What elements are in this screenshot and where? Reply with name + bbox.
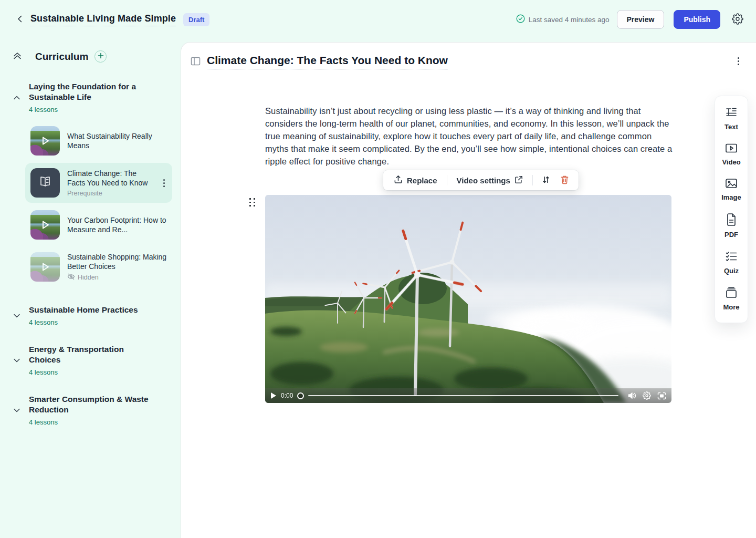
more-blocks-icon [725,287,738,300]
chevron-up-icon [13,94,22,102]
curriculum-section: Smarter Consumption & Waste Reduction 4 … [13,394,172,426]
lesson-title: Your Carbon Footprint: How to Measure an… [67,215,167,234]
replace-video-button[interactable]: Replace [388,172,443,189]
eye-off-icon [67,273,75,282]
play-icon [30,252,60,282]
lesson-editor-panel: Climate Change: The Facts You Need to Kn… [181,42,756,538]
fullscreen-button[interactable] [657,392,666,400]
publish-button[interactable]: Publish [674,10,720,29]
plus-icon [98,53,104,60]
preview-button[interactable]: Preview [617,10,665,29]
section-lesson-count: 4 lessons [29,418,155,426]
sort-arrows-icon [541,175,551,186]
curriculum-section: Sustainable Home Practices 4 lessons [13,305,172,326]
volume-button[interactable] [628,392,636,399]
block-drag-handle[interactable] [249,198,256,206]
lesson-meta: Hidden [67,273,167,282]
add-pdf-block-button[interactable]: PDF [724,213,738,239]
toolbar-divider [447,175,447,185]
scrubber-handle[interactable] [297,392,304,399]
rail-item-label: Text [724,123,738,131]
play-button[interactable] [270,392,277,399]
page-title[interactable]: Climate Change: The Facts You Need to Kn… [207,54,448,69]
lesson-title: Climate Change: The Facts You Need to Kn… [67,169,154,188]
add-image-block-button[interactable]: Image [721,178,741,201]
delete-block-button[interactable] [556,172,573,189]
add-block-rail: Text Video Image PDF Quiz [715,96,748,323]
curriculum-section: Laying the Foundation for a Sustainable … [13,81,172,287]
collapse-all-button[interactable] [13,51,22,61]
add-quiz-block-button[interactable]: Quiz [724,251,739,275]
chevron-down-icon [13,312,22,320]
replace-label: Replace [407,176,437,185]
section-title: Laying the Foundation for a Sustainable … [29,81,155,102]
player-settings-button[interactable] [643,391,651,400]
section-lesson-count: 4 lessons [29,106,155,113]
lesson-item[interactable]: What Sustainability Really Means [25,121,172,161]
save-status-label: Last saved 4 minutes ago [529,16,610,24]
section-lesson-count: 4 lessons [29,368,155,376]
wind-farm-video-frame [265,195,671,403]
move-block-button[interactable] [537,172,555,189]
rail-item-label: PDF [724,231,738,239]
video-controls-bar: 0:00 [265,388,671,403]
section-header[interactable]: Energy & Transportation Choices 4 lesson… [13,344,172,376]
add-text-block-button[interactable]: Text [724,107,738,131]
add-video-block-button[interactable]: Video [722,143,740,166]
lesson-intro-text[interactable]: Sustainability isn’t just about recyclin… [265,105,673,168]
curriculum-sidebar: Curriculum Laying the Foundation for a S… [0,39,181,538]
rail-item-label: Quiz [724,267,739,275]
rail-item-label: More [723,303,739,311]
section-lesson-count: 4 lessons [29,318,138,326]
lesson-options-button[interactable] [736,55,741,67]
status-badge: Draft [183,13,209,26]
text-block-icon [725,107,738,120]
lesson-thumbnail [30,252,60,282]
chevron-down-icon [13,356,22,365]
video-block-toolbar: Replace Video settings [383,170,579,190]
section-header[interactable]: Laying the Foundation for a Sustainable … [13,81,172,113]
lesson-meta-label: Hidden [78,274,99,281]
back-button[interactable] [13,12,27,27]
lesson-item[interactable]: Your Carbon Footprint: How to Measure an… [25,205,172,245]
current-time: 0:00 [281,392,293,399]
course-title[interactable]: Sustainable Living Made Simple [30,13,176,26]
curriculum-section: Energy & Transportation Choices 4 lesson… [13,344,172,376]
rail-item-label: Video [722,158,740,166]
lesson-menu-button[interactable] [161,177,167,189]
quiz-block-icon [725,251,738,264]
lesson-title: Sustainable Shopping: Making Better Choi… [67,252,167,271]
video-settings-button[interactable]: Video settings [452,172,528,189]
lesson-title: What Sustainability Really Means [67,131,167,150]
more-blocks-button[interactable]: More [723,287,739,311]
chevron-left-icon [16,15,24,25]
video-player[interactable]: 0:00 [265,195,671,403]
open-book-icon [38,175,52,190]
curriculum-heading: Curriculum [35,51,88,63]
lesson-item-hidden[interactable]: Sustainable Shopping: Making Better Choi… [25,247,172,287]
play-icon [30,210,60,240]
lesson-item-selected[interactable]: Climate Change: The Facts You Need to Kn… [25,163,172,203]
video-block-icon [725,143,738,155]
lesson-thumbnail [30,126,60,156]
section-header[interactable]: Smarter Consumption & Waste Reduction 4 … [13,394,172,426]
lesson-thumbnail [30,168,60,198]
rail-item-label: Image [721,193,741,201]
pdf-block-icon [726,213,737,227]
external-link-icon [514,175,523,185]
toggle-sidebar-button[interactable] [191,57,201,67]
upload-icon [394,175,403,185]
lesson-meta: Prerequisite [67,190,154,197]
section-header[interactable]: Sustainable Home Practices 4 lessons [13,305,172,326]
progress-track[interactable] [308,395,618,396]
play-icon [30,126,60,156]
chevron-down-icon [13,406,22,415]
toolbar-divider [532,175,533,185]
panel-layout-icon [191,57,201,67]
check-circle-icon [516,14,525,25]
top-header: Sustainable Living Made Simple Draft Las… [0,0,756,39]
add-section-button[interactable] [94,50,107,63]
double-chevron-up-icon [13,51,22,61]
settings-button[interactable] [732,13,743,26]
save-status: Last saved 4 minutes ago [516,14,610,25]
